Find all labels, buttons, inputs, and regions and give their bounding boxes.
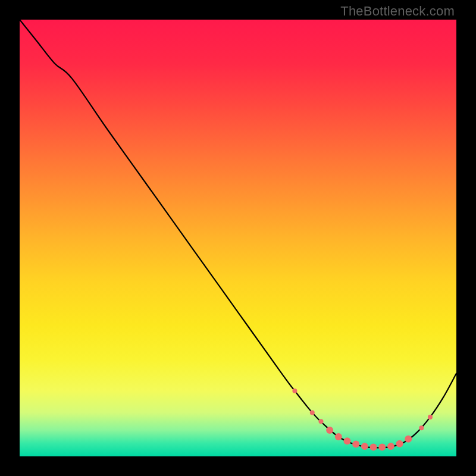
chart-svg bbox=[20, 20, 456, 456]
data-marker bbox=[335, 433, 342, 440]
chart-frame bbox=[20, 20, 456, 456]
data-marker bbox=[326, 427, 333, 434]
data-marker bbox=[378, 444, 386, 451]
data-marker bbox=[370, 444, 377, 451]
data-marker bbox=[405, 436, 412, 443]
data-marker bbox=[396, 440, 403, 447]
data-marker bbox=[361, 443, 368, 450]
gradient-background bbox=[20, 20, 456, 456]
data-marker bbox=[310, 411, 315, 415]
data-marker bbox=[292, 389, 297, 393]
data-marker bbox=[318, 419, 323, 424]
data-marker bbox=[352, 440, 359, 447]
data-marker bbox=[387, 443, 394, 450]
data-marker bbox=[344, 437, 351, 444]
data-marker bbox=[428, 415, 433, 419]
watermark-text: TheBottleneck.com bbox=[340, 4, 455, 19]
data-marker bbox=[419, 425, 424, 430]
